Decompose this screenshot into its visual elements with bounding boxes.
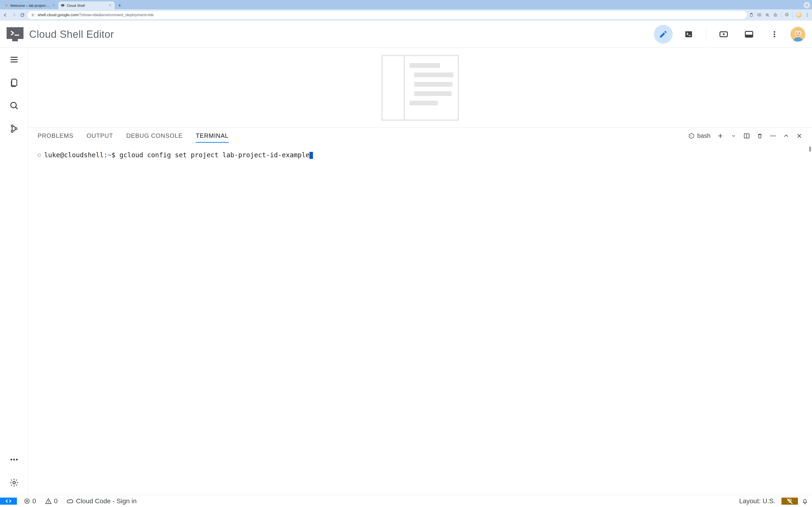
document-placeholder-icon <box>381 55 459 121</box>
activity-bar <box>0 48 28 495</box>
preview-button[interactable] <box>714 25 733 44</box>
panel-toolbar: bash <box>689 132 803 139</box>
back-button[interactable] <box>2 12 8 18</box>
status-notifications[interactable] <box>798 498 812 504</box>
kill-terminal-button[interactable] <box>757 133 763 139</box>
remote-indicator[interactable] <box>0 498 17 505</box>
svg-rect-13 <box>745 35 753 37</box>
profile-avatar-icon[interactable] <box>796 12 802 18</box>
gcp-favicon-icon <box>4 3 8 7</box>
settings-gear-icon[interactable] <box>9 477 19 488</box>
svg-point-25 <box>10 459 12 460</box>
svg-point-6 <box>807 13 808 14</box>
close-icon[interactable] <box>109 3 112 7</box>
status-bar: 0 0 Cloud Code - Sign in Layout: U.S. <box>0 495 812 507</box>
svg-rect-9 <box>686 31 692 37</box>
account-avatar[interactable] <box>791 27 805 42</box>
svg-point-7 <box>807 15 808 15</box>
divider <box>793 12 793 17</box>
status-errors[interactable]: 0 <box>22 497 38 505</box>
new-tab-button[interactable] <box>116 2 123 9</box>
bookmark-star-icon[interactable] <box>773 13 778 17</box>
tab-problems[interactable]: PROBLEMS <box>38 130 73 142</box>
terminal-prompt: luke@cloudshell:~$ gcloud config set pro… <box>44 151 313 159</box>
open-editor-button[interactable] <box>654 25 673 44</box>
forward-button[interactable] <box>11 12 17 18</box>
panel-tab-strip: PROBLEMS OUTPUT DEBUG CONSOLE TERMINAL b… <box>28 128 812 144</box>
close-icon[interactable] <box>52 3 56 7</box>
cloudshell-favicon-icon <box>61 3 65 7</box>
terminal-view[interactable]: luke@cloudshell:~$ gcloud config set pro… <box>28 144 812 495</box>
source-control-icon[interactable] <box>9 123 19 134</box>
reload-button[interactable] <box>19 12 26 18</box>
svg-point-34 <box>48 502 49 503</box>
explorer-icon[interactable] <box>9 77 19 88</box>
clipboard-icon[interactable] <box>749 13 754 17</box>
ide-area: PROBLEMS OUTPUT DEBUG CONSOLE TERMINAL b… <box>0 48 812 495</box>
page-title: Cloud Shell Editor <box>29 29 114 40</box>
terminal-status-dot-icon <box>38 154 41 157</box>
split-terminal-button[interactable] <box>744 133 750 139</box>
svg-point-31 <box>772 135 774 136</box>
new-terminal-button[interactable] <box>717 133 724 139</box>
install-app-icon[interactable] <box>757 13 762 17</box>
browser-tab[interactable]: Welcome – lab-project-id-ex <box>2 1 58 9</box>
panel-more-icon[interactable] <box>770 133 776 139</box>
terminal-line: luke@cloudshell:~$ gcloud config set pro… <box>38 151 803 159</box>
svg-point-20 <box>799 33 800 34</box>
more-menu-button[interactable] <box>765 25 784 44</box>
browser-toolbar-icons <box>749 12 810 18</box>
cloud-shell-header: Cloud Shell Editor <box>0 21 812 48</box>
site-info-icon[interactable] <box>31 13 35 17</box>
browser-toolbar: shell.cloud.google.com/?show=ide&environ… <box>0 9 812 21</box>
close-panel-button[interactable] <box>796 133 803 139</box>
svg-point-30 <box>771 135 772 136</box>
tab-terminal[interactable]: TERMINAL <box>196 130 229 142</box>
extensions-icon[interactable] <box>784 13 789 17</box>
bottom-panel: PROBLEMS OUTPUT DEBUG CONSOLE TERMINAL b… <box>28 128 812 495</box>
url-text: shell.cloud.google.com/?show=ide&environ… <box>38 13 154 17</box>
divider <box>706 27 706 41</box>
status-keyboard-layout[interactable]: Layout: U.S. <box>733 497 781 505</box>
svg-point-11 <box>723 33 725 35</box>
svg-point-14 <box>774 31 775 33</box>
svg-point-22 <box>11 125 13 127</box>
svg-point-27 <box>16 459 18 460</box>
tab-debug-console[interactable]: DEBUG CONSOLE <box>126 130 183 142</box>
kebab-menu-icon[interactable] <box>805 13 810 17</box>
layout-button[interactable] <box>740 25 758 44</box>
svg-point-23 <box>11 130 13 132</box>
svg-point-28 <box>13 482 15 484</box>
svg-point-16 <box>774 36 775 37</box>
cloud-shell-logo-icon <box>7 27 23 41</box>
svg-point-15 <box>774 33 775 35</box>
svg-point-21 <box>11 102 16 108</box>
tab-overflow-button[interactable] <box>804 2 810 8</box>
svg-point-19 <box>796 33 797 34</box>
svg-rect-0 <box>61 4 64 6</box>
menu-icon[interactable] <box>9 54 19 65</box>
tab-title: Welcome – lab-project-id-ex <box>10 3 50 7</box>
terminal-cursor <box>309 152 313 159</box>
open-terminal-button[interactable] <box>679 25 698 44</box>
address-bar[interactable]: shell.cloud.google.com/?show=ide&environ… <box>28 11 747 19</box>
zoom-icon[interactable] <box>765 13 770 17</box>
search-icon[interactable] <box>9 101 19 111</box>
maximize-panel-button[interactable] <box>783 133 790 139</box>
svg-point-26 <box>13 459 15 460</box>
tab-output[interactable]: OUTPUT <box>87 130 113 142</box>
browser-tab-strip: Welcome – lab-project-id-ex Cloud Shell <box>0 0 812 9</box>
cloud-shell-toolbar <box>654 25 805 44</box>
tab-title: Cloud Shell <box>67 3 107 7</box>
status-warnings[interactable]: 0 <box>43 497 60 505</box>
terminal-dropdown-icon[interactable] <box>730 133 737 139</box>
status-offline-indicator[interactable] <box>781 498 798 505</box>
editor-placeholder <box>28 48 812 128</box>
status-cloud-code[interactable]: Cloud Code - Sign in <box>65 497 138 505</box>
more-icon[interactable] <box>9 454 19 465</box>
terminal-scrollbar-thumb[interactable] <box>809 147 811 152</box>
svg-rect-1 <box>62 7 63 7</box>
svg-point-32 <box>774 135 775 136</box>
browser-tab-active[interactable]: Cloud Shell <box>58 1 115 9</box>
terminal-shell-indicator[interactable]: bash <box>689 132 711 139</box>
